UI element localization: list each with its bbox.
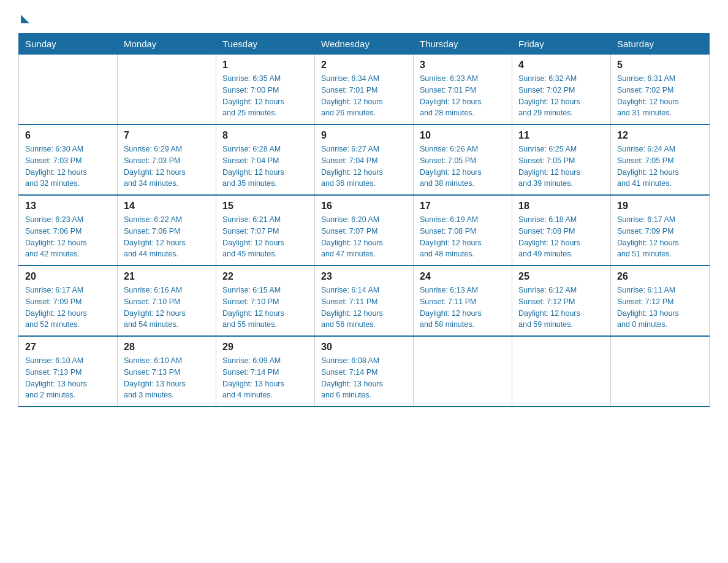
calendar-day-cell	[19, 55, 118, 125]
logo	[18, 12, 29, 21]
logo-triangle-icon	[21, 15, 29, 23]
calendar-day-cell	[118, 55, 216, 125]
day-number: 22	[222, 271, 308, 282]
day-info: Sunrise: 6:34 AM Sunset: 7:01 PM Dayligh…	[321, 73, 407, 119]
day-info: Sunrise: 6:16 AM Sunset: 7:10 PM Dayligh…	[124, 285, 210, 331]
day-info: Sunrise: 6:22 AM Sunset: 7:06 PM Dayligh…	[124, 214, 210, 260]
calendar-week-row: 20Sunrise: 6:17 AM Sunset: 7:09 PM Dayli…	[19, 266, 710, 336]
day-number: 9	[321, 130, 407, 141]
calendar-day-cell: 1Sunrise: 6:35 AM Sunset: 7:00 PM Daylig…	[216, 55, 315, 125]
day-info: Sunrise: 6:30 AM Sunset: 7:03 PM Dayligh…	[25, 144, 111, 190]
weekday-header-sunday: Sunday	[19, 34, 118, 55]
day-number: 16	[321, 201, 407, 212]
calendar-header: SundayMondayTuesdayWednesdayThursdayFrid…	[19, 34, 710, 55]
weekday-header-friday: Friday	[512, 34, 611, 55]
day-number: 30	[321, 342, 407, 353]
calendar-day-cell: 17Sunrise: 6:19 AM Sunset: 7:08 PM Dayli…	[414, 195, 512, 266]
calendar-day-cell: 26Sunrise: 6:11 AM Sunset: 7:12 PM Dayli…	[611, 266, 710, 336]
calendar-day-cell: 19Sunrise: 6:17 AM Sunset: 7:09 PM Dayli…	[611, 195, 710, 266]
calendar-day-cell	[512, 336, 611, 407]
day-number: 4	[518, 59, 604, 71]
day-number: 3	[420, 59, 506, 71]
calendar-day-cell	[611, 336, 710, 407]
calendar-day-cell: 24Sunrise: 6:13 AM Sunset: 7:11 PM Dayli…	[414, 266, 512, 336]
day-number: 23	[321, 271, 407, 282]
calendar-day-cell: 13Sunrise: 6:23 AM Sunset: 7:06 PM Dayli…	[19, 195, 118, 266]
day-info: Sunrise: 6:33 AM Sunset: 7:01 PM Dayligh…	[420, 73, 506, 119]
day-number: 8	[222, 130, 308, 141]
day-info: Sunrise: 6:26 AM Sunset: 7:05 PM Dayligh…	[420, 144, 506, 190]
calendar-day-cell: 12Sunrise: 6:24 AM Sunset: 7:05 PM Dayli…	[611, 124, 710, 195]
day-info: Sunrise: 6:12 AM Sunset: 7:12 PM Dayligh…	[518, 285, 604, 331]
day-info: Sunrise: 6:35 AM Sunset: 7:00 PM Dayligh…	[222, 73, 308, 119]
day-number: 26	[617, 271, 703, 282]
day-number: 13	[25, 201, 111, 212]
calendar-day-cell: 10Sunrise: 6:26 AM Sunset: 7:05 PM Dayli…	[414, 124, 512, 195]
calendar-day-cell: 11Sunrise: 6:25 AM Sunset: 7:05 PM Dayli…	[512, 124, 611, 195]
weekday-header-saturday: Saturday	[611, 34, 710, 55]
day-number: 18	[518, 201, 604, 212]
day-number: 20	[25, 271, 111, 282]
day-number: 15	[222, 201, 308, 212]
day-number: 12	[617, 130, 703, 141]
day-number: 7	[124, 130, 210, 141]
weekday-header-tuesday: Tuesday	[216, 34, 315, 55]
day-info: Sunrise: 6:21 AM Sunset: 7:07 PM Dayligh…	[222, 214, 308, 260]
calendar-day-cell: 29Sunrise: 6:09 AM Sunset: 7:14 PM Dayli…	[216, 336, 315, 407]
calendar-day-cell: 21Sunrise: 6:16 AM Sunset: 7:10 PM Dayli…	[118, 266, 216, 336]
day-info: Sunrise: 6:10 AM Sunset: 7:13 PM Dayligh…	[25, 355, 111, 401]
calendar-day-cell: 5Sunrise: 6:31 AM Sunset: 7:02 PM Daylig…	[611, 55, 710, 125]
day-info: Sunrise: 6:28 AM Sunset: 7:04 PM Dayligh…	[222, 144, 308, 190]
calendar-day-cell: 18Sunrise: 6:18 AM Sunset: 7:08 PM Dayli…	[512, 195, 611, 266]
calendar-day-cell: 8Sunrise: 6:28 AM Sunset: 7:04 PM Daylig…	[216, 124, 315, 195]
day-number: 6	[25, 130, 111, 141]
day-info: Sunrise: 6:17 AM Sunset: 7:09 PM Dayligh…	[25, 285, 111, 331]
calendar-day-cell: 20Sunrise: 6:17 AM Sunset: 7:09 PM Dayli…	[19, 266, 118, 336]
day-info: Sunrise: 6:29 AM Sunset: 7:03 PM Dayligh…	[124, 144, 210, 190]
calendar-day-cell: 7Sunrise: 6:29 AM Sunset: 7:03 PM Daylig…	[118, 124, 216, 195]
day-number: 28	[124, 342, 210, 353]
day-number: 2	[321, 59, 407, 71]
day-number: 17	[420, 201, 506, 212]
weekday-header-thursday: Thursday	[414, 34, 512, 55]
day-number: 1	[222, 59, 308, 71]
day-number: 5	[617, 59, 703, 71]
day-info: Sunrise: 6:10 AM Sunset: 7:13 PM Dayligh…	[124, 355, 210, 401]
day-info: Sunrise: 6:15 AM Sunset: 7:10 PM Dayligh…	[222, 285, 308, 331]
calendar-day-cell: 3Sunrise: 6:33 AM Sunset: 7:01 PM Daylig…	[414, 55, 512, 125]
day-info: Sunrise: 6:11 AM Sunset: 7:12 PM Dayligh…	[617, 285, 703, 331]
calendar-week-row: 1Sunrise: 6:35 AM Sunset: 7:00 PM Daylig…	[19, 55, 710, 125]
day-info: Sunrise: 6:20 AM Sunset: 7:07 PM Dayligh…	[321, 214, 407, 260]
calendar-day-cell: 22Sunrise: 6:15 AM Sunset: 7:10 PM Dayli…	[216, 266, 315, 336]
day-info: Sunrise: 6:27 AM Sunset: 7:04 PM Dayligh…	[321, 144, 407, 190]
day-number: 10	[420, 130, 506, 141]
day-info: Sunrise: 6:23 AM Sunset: 7:06 PM Dayligh…	[25, 214, 111, 260]
day-number: 25	[518, 271, 604, 282]
day-info: Sunrise: 6:18 AM Sunset: 7:08 PM Dayligh…	[518, 214, 604, 260]
day-number: 24	[420, 271, 506, 282]
calendar-day-cell: 25Sunrise: 6:12 AM Sunset: 7:12 PM Dayli…	[512, 266, 611, 336]
day-info: Sunrise: 6:08 AM Sunset: 7:14 PM Dayligh…	[321, 355, 407, 401]
day-info: Sunrise: 6:32 AM Sunset: 7:02 PM Dayligh…	[518, 73, 604, 119]
calendar-body: 1Sunrise: 6:35 AM Sunset: 7:00 PM Daylig…	[19, 55, 710, 407]
day-info: Sunrise: 6:14 AM Sunset: 7:11 PM Dayligh…	[321, 285, 407, 331]
calendar-day-cell: 2Sunrise: 6:34 AM Sunset: 7:01 PM Daylig…	[315, 55, 414, 125]
calendar-week-row: 27Sunrise: 6:10 AM Sunset: 7:13 PM Dayli…	[19, 336, 710, 407]
day-info: Sunrise: 6:31 AM Sunset: 7:02 PM Dayligh…	[617, 73, 703, 119]
weekday-header-row: SundayMondayTuesdayWednesdayThursdayFrid…	[19, 34, 710, 55]
calendar-day-cell: 15Sunrise: 6:21 AM Sunset: 7:07 PM Dayli…	[216, 195, 315, 266]
day-number: 14	[124, 201, 210, 212]
calendar-day-cell: 6Sunrise: 6:30 AM Sunset: 7:03 PM Daylig…	[19, 124, 118, 195]
day-number: 11	[518, 130, 604, 141]
day-number: 27	[25, 342, 111, 353]
calendar-day-cell: 23Sunrise: 6:14 AM Sunset: 7:11 PM Dayli…	[315, 266, 414, 336]
calendar-day-cell: 28Sunrise: 6:10 AM Sunset: 7:13 PM Dayli…	[118, 336, 216, 407]
calendar-week-row: 6Sunrise: 6:30 AM Sunset: 7:03 PM Daylig…	[19, 124, 710, 195]
calendar-table: SundayMondayTuesdayWednesdayThursdayFrid…	[18, 33, 710, 407]
calendar-day-cell: 16Sunrise: 6:20 AM Sunset: 7:07 PM Dayli…	[315, 195, 414, 266]
calendar-week-row: 13Sunrise: 6:23 AM Sunset: 7:06 PM Dayli…	[19, 195, 710, 266]
calendar-day-cell	[414, 336, 512, 407]
calendar-day-cell: 14Sunrise: 6:22 AM Sunset: 7:06 PM Dayli…	[118, 195, 216, 266]
weekday-header-monday: Monday	[118, 34, 216, 55]
calendar-day-cell: 4Sunrise: 6:32 AM Sunset: 7:02 PM Daylig…	[512, 55, 611, 125]
